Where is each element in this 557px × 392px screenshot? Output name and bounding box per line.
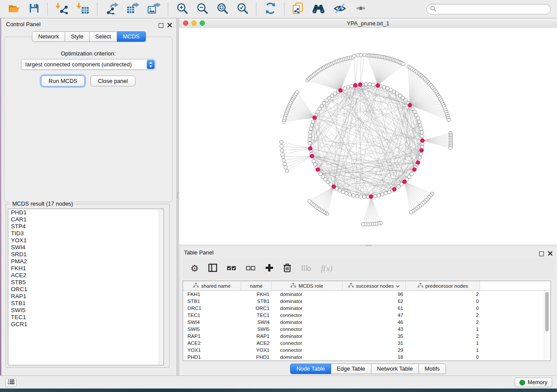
column-header-name[interactable]: name [241, 281, 272, 290]
network-node[interactable] [420, 145, 424, 149]
mcds-result-item[interactable]: ORC1 [8, 286, 163, 293]
hide-selected-button[interactable] [331, 2, 349, 16]
delete-table-button[interactable] [301, 265, 311, 273]
show-column-panel-button[interactable] [208, 264, 217, 273]
network-node[interactable] [386, 87, 389, 90]
network-node[interactable] [308, 199, 311, 203]
network-node[interactable] [359, 195, 362, 198]
network-node[interactable] [361, 223, 365, 226]
network-node[interactable] [363, 195, 366, 199]
network-node-dominator[interactable] [416, 161, 420, 165]
tab-select[interactable]: Select [90, 31, 117, 42]
close-panel-button[interactable]: Close panel [90, 76, 135, 86]
network-node[interactable] [280, 149, 284, 152]
mcds-result-item[interactable]: PHD1 [8, 209, 163, 216]
mcds-result-item[interactable]: GCR1 [8, 321, 163, 328]
table-row[interactable]: TEC1TEC1connector472 [183, 312, 550, 319]
function-builder-button[interactable]: f(x) [321, 264, 332, 273]
network-node[interactable] [377, 194, 381, 197]
tab-network[interactable]: Network [32, 31, 65, 42]
network-node-dominator[interactable] [376, 83, 380, 87]
network-node[interactable] [284, 166, 287, 169]
network-node[interactable] [419, 124, 422, 127]
table-scrollbar[interactable] [544, 291, 550, 360]
network-node[interactable] [449, 146, 452, 150]
network-node[interactable] [359, 53, 363, 57]
search-input[interactable] [439, 5, 550, 13]
column-header-successor-nodes[interactable]: successor nodes [343, 281, 406, 290]
table-settings-button[interactable]: ⚙ [190, 264, 199, 273]
table-row[interactable]: ORC1ORC1dominator610 [183, 305, 550, 312]
network-node[interactable] [338, 189, 342, 192]
import-table-button[interactable] [74, 1, 92, 17]
network-node-dominator[interactable] [421, 139, 425, 143]
mcds-result-item[interactable]: SWI5 [8, 307, 163, 314]
table-row[interactable]: PHD1PHD1dominator180 [183, 354, 550, 361]
network-node-dominator[interactable] [310, 154, 314, 158]
network-node[interactable] [416, 117, 420, 120]
network-node[interactable] [316, 110, 319, 113]
network-node[interactable] [350, 84, 353, 88]
network-node[interactable] [419, 152, 422, 156]
close-panel-icon[interactable] [167, 21, 172, 29]
mcds-result-item[interactable]: RAP1 [8, 293, 163, 300]
network-node-dominator[interactable] [339, 89, 343, 93]
network-node[interactable] [282, 158, 285, 162]
mcds-result-item[interactable]: FKH1 [8, 265, 163, 272]
network-node[interactable] [348, 193, 352, 196]
network-node[interactable] [285, 169, 289, 173]
tab-edge-table[interactable]: Edge Table [331, 364, 371, 374]
network-node[interactable] [364, 83, 368, 86]
scrollbar-thumb[interactable] [545, 292, 549, 331]
network-node-dominator[interactable] [358, 83, 362, 86]
table-row[interactable]: RAP1RAP1dominator352 [183, 333, 550, 340]
network-node-dominator[interactable] [408, 103, 412, 107]
first-neighbors-button[interactable] [309, 2, 328, 16]
network-node[interactable] [312, 159, 315, 163]
column-header-shared-name[interactable]: shared name [183, 281, 241, 290]
tab-style[interactable]: Style [65, 31, 90, 42]
network-node[interactable] [372, 83, 375, 86]
mcds-result-item[interactable]: ACE2 [8, 272, 163, 279]
optimization-select[interactable]: largest connected component (undirected) [21, 59, 156, 70]
export-network-button[interactable] [103, 1, 121, 17]
refresh-button[interactable] [262, 1, 279, 17]
mcds-result-item[interactable]: SWI4 [8, 244, 163, 251]
open-file-button[interactable] [5, 1, 23, 17]
run-mcds-button[interactable]: Run MCDS [41, 76, 85, 86]
mcds-result-item[interactable]: YOX1 [8, 237, 163, 244]
network-node-dominator[interactable] [308, 146, 312, 150]
network-node[interactable] [308, 141, 311, 145]
network-node[interactable] [418, 156, 422, 159]
task-history-button[interactable] [5, 378, 17, 387]
zoom-out-button[interactable] [194, 1, 211, 17]
mcds-result-item[interactable]: STB5 [8, 279, 163, 286]
network-node[interactable] [415, 113, 418, 117]
show-all-button[interactable] [352, 2, 370, 16]
network-node[interactable] [343, 87, 346, 90]
table-row[interactable]: YOX1YOX1connector291 [183, 347, 550, 354]
network-node-dominator[interactable] [313, 116, 317, 120]
network-node[interactable] [374, 194, 377, 198]
network-node-dominator[interactable] [332, 185, 336, 189]
memory-button[interactable]: Memory [515, 378, 552, 387]
column-header-MCDS-role[interactable]: MCDS role [272, 281, 343, 290]
export-image-button[interactable] [145, 1, 163, 17]
network-node[interactable] [392, 90, 396, 93]
table-row[interactable]: ACE2ACE2connector311 [183, 340, 550, 347]
network-node-dominator[interactable] [402, 180, 406, 184]
mcds-result-item[interactable]: STB1 [8, 300, 163, 307]
network-node[interactable] [368, 83, 371, 86]
mcds-result-item[interactable]: CAR1 [8, 216, 163, 223]
network-node[interactable] [401, 62, 405, 66]
table-row[interactable]: SWI5SWI5connector431 [183, 326, 550, 333]
tab-network-table[interactable]: Network Table [371, 364, 419, 374]
network-node[interactable] [309, 127, 313, 131]
network-node[interactable] [319, 172, 322, 175]
network-node[interactable] [313, 163, 317, 166]
network-node[interactable] [409, 211, 413, 214]
network-node[interactable] [387, 190, 391, 194]
save-session-button[interactable] [26, 2, 42, 16]
network-node[interactable] [283, 162, 287, 165]
mcds-result-item[interactable]: TEC1 [8, 314, 163, 321]
